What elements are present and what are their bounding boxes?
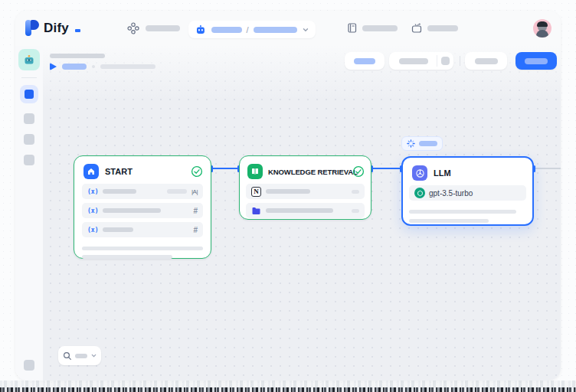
bot-icon — [195, 24, 207, 36]
node-llm[interactable]: LLM gpt-3.5-turbo — [401, 156, 534, 226]
sidebar-item-placeholder-1[interactable] — [24, 113, 34, 124]
workflow-title-placeholder — [50, 54, 105, 58]
variable-icon: (x) — [87, 188, 98, 195]
app-name-placeholder — [211, 27, 242, 33]
workflow-name-placeholder — [254, 27, 298, 33]
dataset-row — [246, 203, 365, 218]
robot-app-icon — [22, 53, 36, 67]
brand-name: Dify — [44, 21, 69, 36]
tv-sparkle-icon — [411, 22, 423, 34]
model-row: gpt-3.5-turbo — [409, 185, 526, 201]
docs-link[interactable] — [346, 22, 398, 34]
run-button-label-placeholder — [475, 58, 498, 64]
node-title: START — [105, 167, 133, 176]
dataset-meta-placeholder — [352, 209, 359, 213]
dot-separator — [92, 65, 95, 68]
notion-icon: N — [251, 187, 261, 197]
variable-name-placeholder — [103, 227, 133, 232]
node-llm-header: LLM — [403, 158, 532, 185]
edge-llm-outgoing — [534, 168, 561, 169]
user-avatar[interactable] — [533, 19, 551, 38]
edge-knowledge-to-llm — [371, 168, 401, 169]
sidebar-item-workflow-active[interactable] — [20, 85, 38, 103]
check-circle-icon — [191, 165, 203, 178]
variable-icon: (x) — [87, 207, 98, 214]
screenshot-root: Dify / — [0, 0, 576, 392]
avatar-shoulders — [536, 30, 548, 38]
settings-square-icon[interactable] — [441, 57, 450, 65]
plugins-flower-icon — [127, 22, 139, 34]
variable-row: (x) # — [82, 203, 203, 218]
notebook-icon — [346, 22, 358, 34]
sidebar-item-placeholder-bottom[interactable] — [24, 360, 34, 371]
variable-icon: (x) — [87, 227, 98, 234]
workspace-nav[interactable] — [127, 22, 180, 34]
features-button-group[interactable] — [389, 52, 453, 70]
left-sidebar — [15, 46, 43, 381]
sidebar-item-placeholder-3[interactable] — [24, 155, 34, 165]
node-title: KNOWLEDGE RETRIEVAL — [268, 168, 358, 176]
run-play-icon[interactable] — [50, 63, 57, 70]
number-type-icon: # — [193, 207, 198, 215]
node-running-badge — [401, 136, 443, 151]
number-type-icon: # — [193, 226, 198, 234]
node-knowledge-retrieval[interactable]: KNOWLEDGE RETRIEVAL N — [239, 155, 371, 220]
node-desc-placeholder — [409, 219, 489, 223]
edge-start-to-knowledge — [211, 168, 239, 169]
node-start-header: START — [74, 156, 211, 184]
docs-label-placeholder — [362, 25, 398, 31]
variable-name-placeholder — [103, 189, 136, 194]
chevron-down-icon[interactable] — [302, 26, 309, 34]
scan-noise-line — [0, 387, 576, 392]
book-icon — [247, 164, 263, 179]
dataset-meta-placeholder — [352, 190, 359, 194]
button-group-divider — [437, 55, 437, 67]
dataset-name-placeholder — [266, 208, 333, 213]
text-type-icon: |A| — [191, 188, 198, 195]
node-start[interactable]: START (x) |A| (x) # — [74, 155, 211, 259]
assistant-link[interactable] — [411, 22, 458, 34]
variable-row: (x) |A| — [82, 184, 203, 199]
publish-button[interactable] — [515, 52, 557, 70]
publish-label-placeholder — [525, 58, 548, 64]
sidebar-app-icon[interactable] — [18, 49, 40, 70]
openai-icon — [414, 188, 425, 198]
run-button[interactable] — [465, 52, 507, 70]
zoom-control[interactable] — [58, 346, 101, 365]
toolbar-divider — [460, 56, 460, 66]
workflow-canvas[interactable]: START (x) |A| (x) # — [43, 46, 561, 381]
spinner-icon — [407, 139, 415, 148]
chevron-down-icon[interactable] — [90, 352, 97, 359]
zoom-level-placeholder — [75, 354, 87, 358]
app-header: Dify / — [15, 11, 561, 46]
app-switcher[interactable]: / — [188, 21, 316, 38]
node-desc-placeholder — [82, 247, 203, 250]
variable-name-placeholder — [103, 208, 161, 213]
node-title: LLM — [434, 168, 451, 178]
preview-button[interactable] — [345, 52, 385, 70]
preview-label-placeholder — [354, 58, 375, 64]
sidebar-item-placeholder-2[interactable] — [24, 134, 34, 145]
workflow-block-icon — [25, 90, 34, 99]
assistant-label-placeholder — [427, 25, 458, 31]
node-knowledge-header: KNOWLEDGE RETRIEVAL — [240, 156, 371, 184]
dataset-name-placeholder — [266, 189, 310, 194]
llm-brain-icon — [412, 165, 427, 181]
run-label-placeholder — [62, 64, 87, 70]
workspace-name-placeholder — [146, 25, 180, 31]
app-window: Dify / — [15, 11, 561, 381]
dify-logo: Dify — [25, 20, 80, 36]
brand-cursor-icon — [75, 29, 80, 32]
dify-logo-icon — [25, 20, 39, 36]
node-desc-placeholder — [409, 210, 516, 214]
run-meta-placeholder — [100, 64, 155, 69]
check-circle-icon — [352, 165, 365, 178]
scan-noise-band — [0, 381, 576, 387]
model-name: gpt-3.5-turbo — [429, 189, 473, 198]
run-status-row — [50, 63, 155, 70]
folder-icon — [251, 206, 261, 216]
variable-row: (x) # — [82, 222, 203, 237]
home-icon — [83, 164, 99, 179]
search-icon — [63, 351, 72, 361]
breadcrumb-separator: / — [247, 25, 249, 34]
